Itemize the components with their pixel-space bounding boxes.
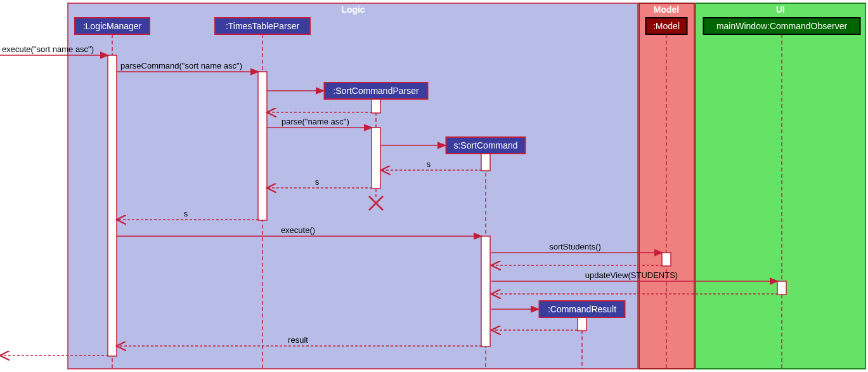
participant-logicManager: :LogicManager [75, 18, 150, 34]
message-4-label: parse("name asc") [282, 117, 349, 126]
message-8-label: s [184, 209, 188, 218]
message-7-label: s [315, 177, 320, 187]
activation-commandResult-8 [578, 317, 586, 331]
activation-logicManager-0 [108, 55, 117, 356]
participant-sortCommand-label: s:SortCommand [453, 140, 517, 150]
participant-logicManager-label: :LogicManager [83, 21, 142, 31]
frame-ui-label: UI [776, 4, 785, 15]
message-0-label: execute("sort name asc") [2, 44, 94, 54]
participant-timesTableParser: :TimesTableParser [215, 18, 310, 34]
message-10-label: sortStudents() [549, 242, 601, 251]
activation-mainWindow-7 [777, 281, 786, 295]
message-6-label: s [427, 159, 431, 169]
participant-sortCmdParser-label: :SortCommandParser [333, 86, 419, 96]
sequence-diagram: Logic Model UI :LogicManager:TimesTableP… [0, 0, 868, 372]
message-16-label: result [288, 335, 308, 345]
message-0: execute("sort name asc") [0, 44, 108, 55]
activation-sortCommand-4 [481, 154, 490, 171]
activation-sortCmdParser-3 [372, 128, 380, 189]
activation-sortCmdParser-2 [372, 99, 380, 113]
activation-sortCommand-5 [481, 236, 490, 347]
activation-timesTableParser-1 [258, 72, 267, 220]
participant-commandResult-label: :CommandResult [548, 304, 616, 314]
participant-sortCommand: s:SortCommand [446, 137, 526, 154]
participant-mainWindow-label: mainWindow:CommandObserver [716, 21, 848, 31]
frame-logic-label: Logic [341, 4, 365, 15]
frame-model-label: Model [654, 4, 679, 15]
message-1-label: parseCommand("sort name asc") [120, 61, 242, 70]
message-12-label: updateView(STUDENTS) [585, 270, 678, 280]
participant-model: :Model [646, 18, 687, 34]
participant-sortCmdParser: :SortCommandParser [325, 83, 428, 99]
participant-commandResult: :CommandResult [540, 301, 625, 317]
activation-model-6 [662, 253, 671, 266]
participant-model-label: :Model [653, 21, 680, 31]
message-1: parseCommand("sort name asc") [117, 61, 259, 72]
svg-rect-2 [696, 3, 865, 369]
frame-ui: UI [696, 3, 865, 369]
message-9-label: execute() [281, 225, 315, 235]
participant-timesTableParser-label: :TimesTableParser [226, 21, 300, 31]
participant-mainWindow: mainWindow:CommandObserver [704, 18, 860, 34]
